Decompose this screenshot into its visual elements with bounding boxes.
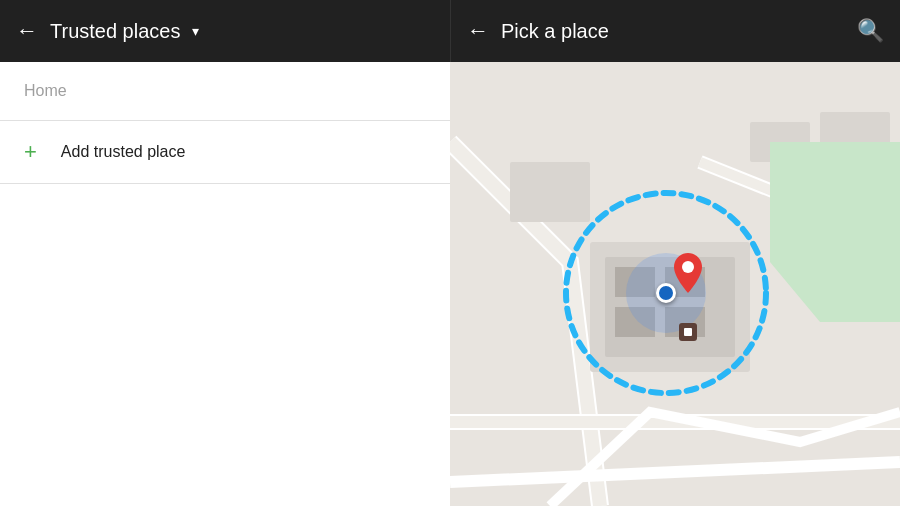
- dropdown-arrow-icon[interactable]: ▾: [192, 23, 199, 39]
- map-panel[interactable]: [450, 62, 900, 506]
- pick-a-place-header: ← Pick a place 🔍: [451, 18, 900, 44]
- trusted-places-list: Home + Add trusted place: [0, 62, 450, 506]
- add-trusted-place-button[interactable]: + Add trusted place: [0, 121, 450, 184]
- pick-a-place-title: Pick a place: [501, 20, 609, 43]
- trusted-places-title: Trusted places: [50, 20, 180, 43]
- trusted-places-header: ← Trusted places ▾: [0, 20, 450, 43]
- app-header: ← Trusted places ▾ ← Pick a place 🔍: [0, 0, 900, 62]
- pick-a-place-left: ← Pick a place: [467, 20, 609, 43]
- stop-marker: [679, 323, 697, 341]
- location-pin: [674, 253, 702, 297]
- current-location-dot: [656, 283, 676, 303]
- home-list-item: Home: [0, 62, 450, 121]
- main-content: Home + Add trusted place: [0, 62, 900, 506]
- stop-marker-inner: [684, 328, 692, 336]
- add-trusted-place-label: Add trusted place: [61, 143, 186, 161]
- back-button-right[interactable]: ←: [467, 20, 489, 42]
- add-plus-icon: +: [24, 139, 37, 165]
- home-label: Home: [24, 82, 67, 99]
- svg-rect-3: [820, 112, 890, 147]
- search-icon[interactable]: 🔍: [857, 18, 884, 44]
- svg-point-12: [682, 261, 694, 273]
- back-button-left[interactable]: ←: [16, 20, 38, 42]
